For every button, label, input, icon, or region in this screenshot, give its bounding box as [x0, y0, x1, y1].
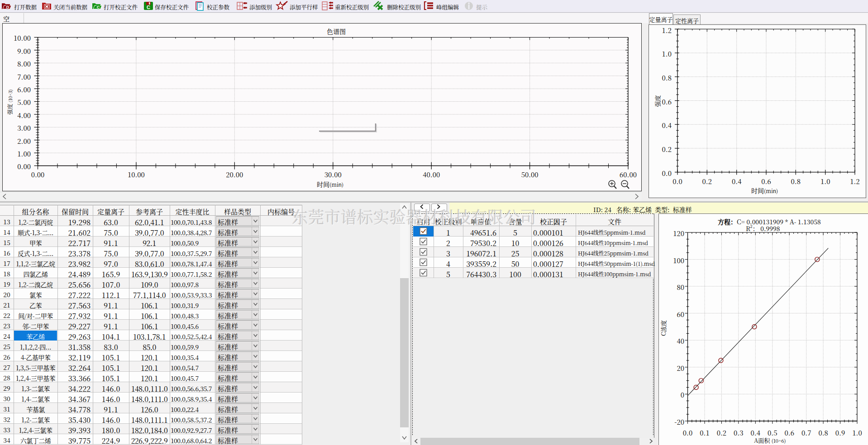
svg-text:D: D	[6, 5, 10, 9]
svg-text:C: C	[97, 5, 100, 9]
svg-text:C: C	[147, 5, 150, 10]
